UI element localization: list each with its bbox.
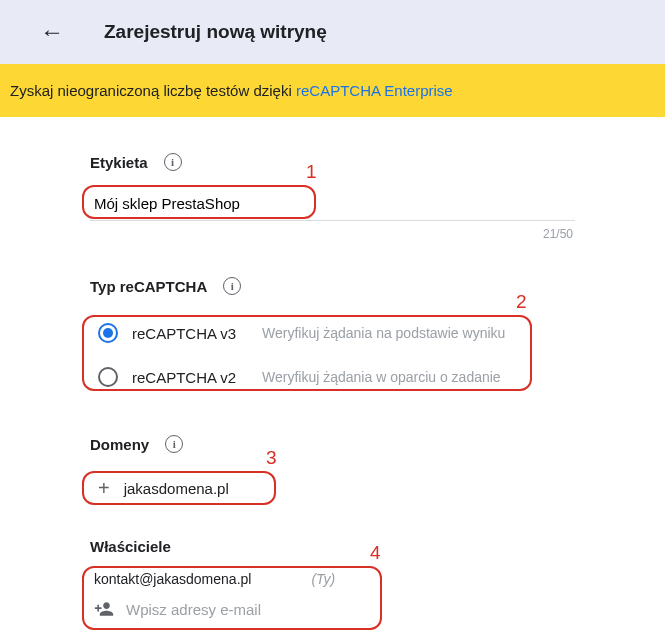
- info-icon[interactable]: i: [165, 435, 183, 453]
- type-section-title: Typ reCAPTCHA: [90, 278, 207, 295]
- page-title: Zarejestruj nową witrynę: [104, 21, 327, 43]
- info-icon[interactable]: i: [223, 277, 241, 295]
- owners-section-title: Właściciele: [90, 538, 171, 555]
- domains-section: Domeny i + jakasdomena.pl 3: [90, 435, 575, 508]
- add-person-icon: [94, 599, 114, 619]
- label-section-title: Etykieta: [90, 154, 148, 171]
- radio-description: Weryfikuj żądania w oparciu o zadanie: [262, 369, 501, 385]
- banner-link[interactable]: reCAPTCHA Enterprise: [296, 82, 453, 99]
- plus-icon: +: [98, 477, 110, 500]
- annotation-4: 4: [370, 542, 381, 564]
- radio-unselected-icon: [98, 367, 118, 387]
- add-owner-row[interactable]: [90, 593, 575, 625]
- type-section: Typ reCAPTCHA i reCAPTCHA v3 Weryfikuj ż…: [90, 277, 575, 399]
- annotation-3: 3: [266, 447, 277, 469]
- radio-label: reCAPTCHA v3: [132, 325, 262, 342]
- label-section: Etykieta i 21/50 1: [90, 153, 575, 241]
- page-header: ← Zarejestruj nową witrynę: [0, 0, 665, 64]
- add-domain-row[interactable]: + jakasdomena.pl: [90, 469, 575, 508]
- radio-v2[interactable]: reCAPTCHA v2 Weryfikuj żądania w oparciu…: [90, 355, 575, 399]
- back-arrow-icon[interactable]: ←: [40, 18, 64, 46]
- promo-banner: Zyskaj nieograniczoną liczbę testów dzię…: [0, 64, 665, 117]
- char-count: 21/50: [90, 227, 575, 241]
- label-input[interactable]: [90, 187, 575, 221]
- radio-v3[interactable]: reCAPTCHA v3 Weryfikuj żądania na podsta…: [90, 311, 575, 355]
- owner-email-input[interactable]: [126, 601, 316, 618]
- owner-email: kontakt@jakasdomena.pl: [94, 571, 251, 587]
- annotation-1: 1: [306, 161, 317, 183]
- radio-label: reCAPTCHA v2: [132, 369, 262, 386]
- radio-description: Weryfikuj żądania na podstawie wyniku: [262, 325, 505, 341]
- info-icon[interactable]: i: [164, 153, 182, 171]
- owner-row: kontakt@jakasdomena.pl (Ty): [90, 565, 575, 593]
- owners-section: Właściciele kontakt@jakasdomena.pl (Ty) …: [90, 538, 575, 625]
- banner-text: Zyskaj nieograniczoną liczbę testów dzię…: [10, 82, 296, 99]
- owner-you-label: (Ty): [311, 571, 335, 587]
- domain-text: jakasdomena.pl: [124, 480, 229, 497]
- annotation-2: 2: [516, 291, 527, 313]
- radio-selected-icon: [98, 323, 118, 343]
- domains-section-title: Domeny: [90, 436, 149, 453]
